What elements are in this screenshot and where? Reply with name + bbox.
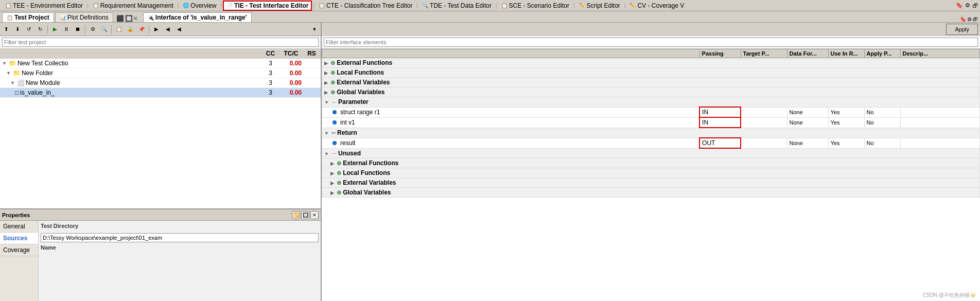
toolbar-next-btn[interactable]: ▶ xyxy=(151,24,162,34)
group-row-ext-variables[interactable]: ▶ ⊕ External Variables xyxy=(322,78,980,87)
tree-row[interactable]: ▼ 📁 New Test Collectio 3 0.00 xyxy=(0,59,321,68)
right-table-area[interactable]: Passing Target P... Data For... Use In R… xyxy=(322,49,980,301)
test-directory-label: Test Directory xyxy=(41,223,78,229)
main-container: ⬆ ⬇ ↺ ↻ ▶ ⏸ ⏹ ⚙ 🔍 📋 🔒 📌 ▶ ◀ ◀ ▼ xyxy=(0,23,980,301)
expand-unused[interactable]: ▼ xyxy=(324,151,329,156)
tree-row[interactable]: ▼ ⬜ New Module 3 0.00 xyxy=(0,78,321,88)
menu-overview[interactable]: 🌐 Overview xyxy=(180,1,219,11)
col-datafor-header: Data For... xyxy=(787,49,828,58)
filter-input-right[interactable] xyxy=(324,38,978,47)
tab-test-project[interactable]: 📋 Test Project xyxy=(2,12,54,22)
toolbar-pause-btn[interactable]: ⏸ xyxy=(61,24,72,34)
tree-col-cc: CC xyxy=(261,49,279,58)
toolbar-refresh2-btn[interactable]: ↻ xyxy=(35,24,45,34)
toolbar-fwd-btn[interactable]: ⬇ xyxy=(12,24,23,34)
filter-input-left[interactable] xyxy=(2,38,319,47)
table-row-int-v1[interactable]: int v1 IN None Yes No xyxy=(322,117,980,128)
right-tab-controls: 🔖 ⚙ 🗗 xyxy=(960,16,978,22)
tab-plot-definitions[interactable]: 📊 Plot Definitions xyxy=(55,12,113,22)
close-left-icon[interactable]: ✕ xyxy=(133,15,138,22)
menu-cv[interactable]: ✏️ CV - Coverage V xyxy=(626,1,687,11)
group-row-unused-ext-variables[interactable]: ▶ ⊕ External Variables xyxy=(322,178,980,188)
expand-unused-ext-func[interactable]: ▶ xyxy=(330,161,334,166)
menu-sce[interactable]: 📋 SCE - Scenario Editor xyxy=(498,1,572,11)
group-row-parameter[interactable]: ▼ ↔ Parameter xyxy=(322,97,980,108)
tree-header: CC TC/C RS xyxy=(0,49,321,59)
group-row-unused-global-variables[interactable]: ▶ ⊕ Global Variables xyxy=(322,188,980,198)
maximize-icon[interactable]: 🔲 xyxy=(125,15,133,22)
expand-arrow-1[interactable]: ▼ xyxy=(2,61,7,66)
menu-right-icons: 🔖 ⚙ 🗗 xyxy=(956,2,978,9)
left-toolbar: ⬆ ⬇ ↺ ↻ ▶ ⏸ ⏹ ⚙ 🔍 📋 🔒 📌 ▶ ◀ ◀ ▼ xyxy=(0,23,321,36)
menu-tee[interactable]: 📋 TEE - Environment Editor xyxy=(2,1,86,11)
bottom-ctrl-close[interactable]: ✕ xyxy=(310,211,319,219)
toolbar-prev-btn[interactable]: ◀ xyxy=(163,24,173,34)
expand-unused-global-var[interactable]: ▶ xyxy=(330,190,334,196)
right-ctrl-2[interactable]: ⚙ xyxy=(967,16,972,22)
settings-icon[interactable]: ⚙ xyxy=(965,2,970,9)
expand-unused-local-func[interactable]: ▶ xyxy=(330,171,334,176)
toolbar-refresh-btn[interactable]: ↺ xyxy=(24,24,34,34)
expand-global-variables[interactable]: ▶ xyxy=(324,90,328,95)
expand-parameter[interactable]: ▼ xyxy=(324,100,329,105)
expand-local-functions[interactable]: ▶ xyxy=(324,70,328,76)
bookmark-icon[interactable]: 🔖 xyxy=(956,2,963,9)
menu-cte[interactable]: 📋 CTE - Classification Tree Editor xyxy=(316,1,415,11)
col-name-header xyxy=(322,49,700,58)
right-ctrl-3[interactable]: 🗗 xyxy=(973,16,978,22)
group-row-global-variables[interactable]: ▶ ⊕ Global Variables xyxy=(322,87,980,97)
toolbar-search-btn[interactable]: 🔍 xyxy=(99,24,109,34)
sidebar-tab-coverage[interactable]: Coverage xyxy=(0,244,38,256)
param1-passing-cell[interactable]: IN xyxy=(699,107,741,117)
unused-ext-var-icon: ⊕ xyxy=(337,180,341,186)
expand-ext-functions[interactable]: ▶ xyxy=(324,61,328,66)
right-ctrl-1[interactable]: 🔖 xyxy=(960,16,966,22)
test-directory-input[interactable] xyxy=(41,233,319,242)
dot-blue-icon-3 xyxy=(332,141,337,145)
tab-interface[interactable]: 🔌 Interface of 'is_value_in_range' xyxy=(143,12,252,22)
window-icon[interactable]: 🗗 xyxy=(972,3,978,9)
group-row-unused-local-functions[interactable]: ▶ ⊕ Local Functions xyxy=(322,168,980,178)
expand-arrow-3[interactable]: ▼ xyxy=(10,80,15,85)
expand-arrow-2[interactable]: ▼ xyxy=(6,70,11,76)
expand-return[interactable]: ▼ xyxy=(324,131,329,136)
return1-target-cell xyxy=(741,138,787,148)
return1-datafor-cell: None xyxy=(787,138,828,148)
toolbar-copy-btn[interactable]: 📋 xyxy=(114,24,124,34)
sidebar-tab-general[interactable]: General xyxy=(0,221,38,233)
toolbar-expand-btn[interactable]: ▼ xyxy=(309,24,320,34)
return1-passing-cell[interactable]: OUT xyxy=(699,138,741,148)
param2-desc-cell xyxy=(900,117,979,128)
group-row-return[interactable]: ▼ ↩ Return xyxy=(322,128,980,138)
apply-button[interactable]: Apply xyxy=(946,24,978,35)
table-row-struct-range[interactable]: struct range r1 IN None Yes No xyxy=(322,107,980,117)
menu-tde[interactable]: 🔍 TDE - Test Data Editor xyxy=(419,1,495,11)
param1-desc-cell xyxy=(900,107,979,117)
bottom-ctrl-restore[interactable]: 🔁 xyxy=(292,211,300,219)
tree-row[interactable]: ▼ 📁 New Folder 3 0.00 xyxy=(0,68,321,78)
expand-ext-variables[interactable]: ▶ xyxy=(324,80,328,85)
toolbar-back-btn[interactable]: ⬆ xyxy=(1,24,11,34)
menu-req[interactable]: 📋 Requirement Management xyxy=(90,1,177,11)
expand-unused-ext-var[interactable]: ▶ xyxy=(330,181,334,186)
param2-passing-cell[interactable]: IN xyxy=(699,117,741,128)
unused-ext-func-icon: ⊕ xyxy=(337,160,341,166)
toolbar-pin-btn[interactable]: 📌 xyxy=(136,24,147,34)
table-row-result[interactable]: result OUT None Yes No xyxy=(322,138,980,148)
group-row-unused[interactable]: ▼ ⋯ Unused xyxy=(322,148,980,158)
toolbar-last-btn[interactable]: ◀ xyxy=(174,24,184,34)
group-row-unused-ext-functions[interactable]: ▶ ⊕ External Functions xyxy=(322,158,980,168)
tree-row-selected[interactable]: ⊡ is_value_in_ 3 0.00 xyxy=(0,88,321,98)
toolbar-sep1 xyxy=(47,25,48,33)
group-row-ext-functions[interactable]: ▶ ⊕ External Functions xyxy=(322,58,980,68)
toolbar-stop-btn[interactable]: ⏹ xyxy=(73,24,83,34)
sidebar-tab-sources[interactable]: Sources xyxy=(0,233,38,244)
toolbar-lock-btn[interactable]: 🔒 xyxy=(125,24,135,34)
unused-global-var-icon: ⊕ xyxy=(337,189,341,196)
menu-tie[interactable]: 📄 TIE - Test Interface Editor xyxy=(223,1,312,11)
menu-script[interactable]: ✏️ Script Editor xyxy=(576,1,623,11)
group-row-local-functions[interactable]: ▶ ⊕ Local Functions xyxy=(322,68,980,78)
toolbar-settings-btn[interactable]: ⚙ xyxy=(87,24,98,34)
bottom-ctrl-max[interactable]: 🔲 xyxy=(301,211,309,219)
toolbar-run-btn[interactable]: ▶ xyxy=(50,24,60,34)
